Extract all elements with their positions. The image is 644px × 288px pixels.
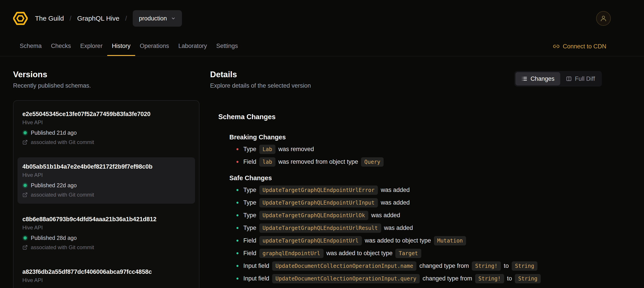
version-card[interactable]: c8b6e88a06793b9c4dfd54aaa21b36a1b421d812…: [18, 210, 195, 256]
details-subtitle: Explore details of the selected version: [210, 82, 311, 89]
chevron-down-icon: [171, 16, 176, 21]
breadcrumb-project[interactable]: GraphQL Hive: [77, 15, 120, 22]
code-chip: Lab: [259, 145, 276, 154]
details-panel: Details Explore details of the selected …: [210, 70, 602, 288]
details-title: Details: [210, 70, 311, 79]
code-chip: UpdateTargetGraphQLEndpointUrlError: [259, 185, 378, 195]
change-item: TypeUpdateTargetGraphQLEndpointUrlResult…: [236, 222, 602, 234]
version-published: Published 28d ago: [31, 235, 77, 241]
versions-panel: Versions Recently published schemas. e2e…: [13, 70, 200, 288]
code-chip: String: [512, 261, 538, 271]
change-item: TypeUpdateTargetGraphQLEndpointUrlInputw…: [236, 196, 602, 209]
code-chip: UpdateTargetGraphQLEndpointUrlInput: [259, 198, 378, 207]
external-link-icon: [22, 192, 28, 197]
version-commit-row: associated with Git commit: [22, 139, 190, 145]
full-diff-view-button[interactable]: Full Diff: [560, 72, 601, 85]
code-chip: String: [515, 274, 541, 283]
change-item: Input fieldUpdateDocumentCollectionOpera…: [236, 272, 602, 285]
version-hash: e2e55045345ce13fe07f52a77459b83fa3fe7020: [22, 111, 190, 118]
versions-title: Versions: [13, 70, 200, 79]
target-selector-dropdown[interactable]: production: [133, 10, 182, 27]
change-text: Type: [243, 199, 256, 206]
change-text: was added to object type: [326, 250, 393, 257]
breadcrumb-org[interactable]: The Guild: [35, 15, 64, 22]
change-item: Input fieldUpdateDocumentCollectionOpera…: [236, 259, 602, 272]
change-bullet-icon: [236, 277, 238, 279]
published-dot-icon: [24, 236, 27, 240]
tab-explorer[interactable]: Explorer: [76, 37, 107, 56]
version-service: Hive API: [22, 172, 190, 178]
change-text: Field: [243, 250, 256, 257]
change-item: TypeLabwas removed: [236, 143, 602, 156]
change-text: to: [507, 275, 512, 282]
breadcrumb: The Guild / GraphQL Hive / production: [35, 10, 182, 27]
code-chip: UpdateDocumentCollectionOperationInput.q…: [272, 274, 420, 283]
version-published-row: Published 28d ago: [22, 235, 190, 241]
breadcrumb-separator: /: [125, 15, 127, 22]
change-text: Type: [243, 187, 256, 193]
version-published: Published 21d ago: [31, 130, 77, 136]
code-chip: String!: [475, 274, 504, 283]
external-link-icon: [22, 245, 28, 250]
change-text: changed type from: [419, 262, 469, 269]
change-groups: Breaking ChangesTypeLabwas removedFieldl…: [210, 133, 602, 285]
change-bullet-icon: [236, 161, 238, 163]
version-card[interactable]: 4b05ab51b1b4a7e2e4b0ef82172f2b9f7ef98c0b…: [18, 157, 195, 204]
change-text: Input field: [243, 275, 269, 282]
tab-laboratory[interactable]: Laboratory: [174, 37, 212, 56]
versions-list: e2e55045345ce13fe07f52a77459b83fa3fe7020…: [13, 100, 200, 288]
change-bullet-icon: [236, 214, 238, 216]
change-group-title: Safe Changes: [229, 174, 602, 182]
change-text: was removed from object type: [278, 158, 358, 165]
change-bullet-icon: [236, 189, 238, 191]
version-hash: a823f6db2a55df877dcf406006abca97fcc4858c: [22, 268, 190, 275]
version-service: Hive API: [22, 277, 190, 283]
change-bullet-icon: [236, 227, 238, 229]
tab-settings[interactable]: Settings: [212, 37, 243, 56]
target-selector-value: production: [139, 15, 167, 22]
breadcrumb-separator: /: [70, 15, 71, 22]
tab-schema[interactable]: Schema: [15, 37, 46, 56]
code-chip: UpdateDocumentCollectionOperationInput.n…: [272, 261, 416, 271]
change-list: TypeLabwas removedFieldlabwas removed fr…: [229, 143, 602, 168]
version-hash: 4b05ab51b1b4a7e2e4b0ef82172f2b9f7ef98c0b: [22, 163, 190, 170]
change-text: Field: [243, 237, 256, 244]
version-card[interactable]: e2e55045345ce13fe07f52a77459b83fa3fe7020…: [18, 105, 195, 151]
version-commit-label: associated with Git commit: [31, 139, 94, 145]
columns-icon: [566, 76, 572, 82]
version-service: Hive API: [22, 224, 190, 231]
versions-subtitle: Recently published schemas.: [13, 82, 200, 89]
tab-operations[interactable]: Operations: [135, 37, 174, 56]
change-bullet-icon: [236, 252, 238, 254]
changes-view-label: Changes: [530, 75, 554, 82]
user-menu-button[interactable]: [596, 11, 611, 26]
change-text: Input field: [243, 262, 269, 269]
change-bullet-icon: [236, 240, 238, 242]
change-text: Type: [243, 212, 256, 219]
version-commit-label: associated with Git commit: [31, 244, 94, 250]
code-chip: String!: [472, 261, 501, 271]
change-bullet-icon: [236, 202, 238, 204]
tab-history[interactable]: History: [107, 37, 135, 56]
app-header: The Guild / GraphQL Hive / production Sc…: [0, 0, 644, 56]
tab-list: SchemaChecksExplorerHistoryOperationsLab…: [15, 37, 242, 56]
published-dot-icon: [24, 131, 27, 134]
change-text: Type: [243, 224, 256, 231]
change-text: was added: [381, 187, 410, 193]
change-bullet-icon: [236, 265, 238, 267]
change-text: was removed: [278, 146, 314, 153]
changes-view-button[interactable]: Changes: [516, 72, 560, 85]
external-link-icon: [22, 140, 28, 145]
code-chip: lab: [259, 157, 276, 167]
connect-to-cdn-link[interactable]: Connect to CDN: [553, 37, 606, 56]
change-text: was added: [384, 224, 413, 231]
tab-checks[interactable]: Checks: [46, 37, 76, 56]
version-service: Hive API: [22, 119, 190, 126]
view-toggle-group: Changes Full Diff: [514, 71, 602, 87]
header-top-row: The Guild / GraphQL Hive / production: [0, 0, 644, 37]
hive-logo[interactable]: [13, 11, 28, 26]
schema-changes-title: Schema Changes: [218, 113, 602, 121]
version-card[interactable]: a823f6db2a55df877dcf406006abca97fcc4858c…: [18, 262, 195, 288]
connect-to-cdn-label: Connect to CDN: [563, 43, 606, 50]
version-published-row: Published 21d ago: [22, 130, 190, 136]
